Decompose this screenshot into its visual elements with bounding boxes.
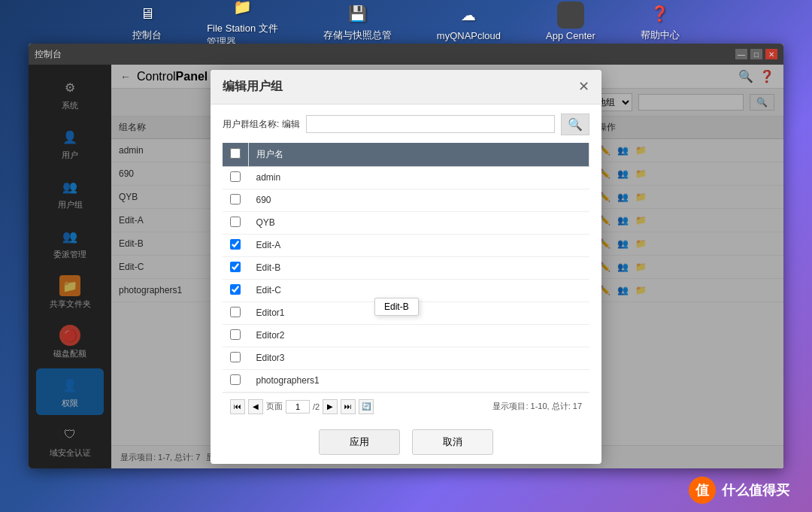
logo-badge-icon: 值 xyxy=(689,477,716,504)
taskbar-label-myqnapcloud: myQNAPcloud xyxy=(437,30,501,41)
row-username: photographers1 xyxy=(249,369,589,392)
taskbar-item-storage[interactable]: 💾 存储与快照总管 xyxy=(323,0,392,42)
taskbar-label-storage: 存储与快照总管 xyxy=(323,29,392,42)
user-checkbox-edit-c[interactable] xyxy=(230,284,241,295)
dialog-col-checkbox xyxy=(223,143,249,167)
apply-button[interactable]: 应用 xyxy=(319,429,400,455)
help-icon: ❓ xyxy=(647,0,674,27)
row-checkbox-cell xyxy=(223,324,249,347)
window-titlebar: 控制台 — □ ✕ xyxy=(29,44,783,65)
row-checkbox-cell xyxy=(223,211,249,234)
dialog-overlay: 编辑用户组 ✕ 用户群组名称: 编辑 🔍 xyxy=(29,65,783,468)
filestation-icon: 📁 xyxy=(229,0,256,20)
cancel-button[interactable]: 取消 xyxy=(412,429,493,455)
user-checkbox-editor3[interactable] xyxy=(230,352,241,362)
main-window: 控制台 — □ ✕ ⚙ 系统 👤 用户 👥 用户组 👥 委派管理 xyxy=(29,44,783,468)
user-checkbox-editor1[interactable] xyxy=(230,307,241,317)
row-username: QYB xyxy=(249,211,589,234)
storage-icon: 💾 xyxy=(344,0,371,27)
row-username: Edit-C xyxy=(249,279,589,301)
dialog-display-info: 显示项目: 1-10, 总计: 17 xyxy=(492,401,582,412)
row-checkbox-cell xyxy=(223,166,249,189)
last-page-button[interactable]: ⏭ xyxy=(341,399,356,414)
row-checkbox-cell xyxy=(223,256,249,279)
total-pages: /2 xyxy=(313,402,320,411)
edit-group-dialog: 编辑用户组 ✕ 用户群组名称: 编辑 🔍 xyxy=(211,70,601,464)
dialog-table-row: Edit-B xyxy=(223,256,589,279)
taskbar-label-console: 控制台 xyxy=(132,29,162,42)
window-controls: — □ ✕ xyxy=(735,49,777,59)
page-label: 页面 xyxy=(266,401,283,412)
taskbar: 🖥 控制台 📁 File Station 文件管理器 💾 存储与快照总管 ☁ m… xyxy=(0,0,812,42)
tooltip-text: Edit-B xyxy=(384,301,409,312)
user-checkbox-qyb[interactable] xyxy=(230,217,241,227)
row-username: Editor3 xyxy=(249,347,589,369)
row-checkbox-cell xyxy=(223,189,249,211)
status-bar: 值 什么值得买 xyxy=(0,468,812,512)
dialog-body: 用户群组名称: 编辑 🔍 用户名 xyxy=(211,105,601,420)
row-checkbox-cell xyxy=(223,234,249,256)
site-logo: 值 什么值得买 xyxy=(689,477,789,504)
appcenter-icon xyxy=(557,2,584,29)
taskbar-label-help: 帮助中心 xyxy=(641,29,680,42)
row-checkbox-cell xyxy=(223,279,249,301)
refresh-button[interactable]: 🔄 xyxy=(359,399,374,414)
window-title: 控制台 xyxy=(35,48,62,61)
dialog-table-row: QYB xyxy=(223,211,589,234)
row-checkbox-cell xyxy=(223,369,249,392)
myqnapcloud-icon: ☁ xyxy=(455,2,482,29)
pagination-controls: ⏮ ◀ 页面 /2 ▶ ⏭ 🔄 xyxy=(230,399,374,414)
select-all-checkbox[interactable] xyxy=(230,148,241,159)
dialog-table-row: 690 xyxy=(223,189,589,211)
user-checkbox-edit-a[interactable] xyxy=(230,239,241,250)
next-page-button[interactable]: ▶ xyxy=(323,399,338,414)
row-username: Editor1 xyxy=(249,301,589,324)
dialog-table-row: Editor3 xyxy=(223,347,589,369)
taskbar-item-appcenter[interactable]: App Center xyxy=(546,2,595,41)
taskbar-item-help[interactable]: ❓ 帮助中心 xyxy=(641,0,680,42)
row-username: Edit-B xyxy=(249,256,589,279)
first-page-button[interactable]: ⏮ xyxy=(230,399,245,414)
dialog-pagination: ⏮ ◀ 页面 /2 ▶ ⏭ 🔄 显示项目: 1-10, 总计: 17 xyxy=(223,392,589,420)
tooltip: Edit-B xyxy=(374,298,419,316)
dialog-close-button[interactable]: ✕ xyxy=(578,80,589,93)
row-username: Edit-A xyxy=(249,234,589,256)
logo-text: 什么值得买 xyxy=(722,481,789,499)
user-checkbox-editor2[interactable] xyxy=(230,329,241,340)
row-username: admin xyxy=(249,166,589,189)
dialog-title: 编辑用户组 xyxy=(223,79,283,95)
page-number-input[interactable] xyxy=(286,400,310,414)
row-checkbox-cell xyxy=(223,347,249,369)
dialog-search-icon[interactable]: 🔍 xyxy=(561,114,589,135)
dialog-table-row: photographers1 xyxy=(223,369,589,392)
taskbar-item-myqnapcloud[interactable]: ☁ myQNAPcloud xyxy=(437,2,501,41)
row-username: Editor2 xyxy=(249,324,589,347)
dialog-header: 编辑用户组 ✕ xyxy=(211,70,601,105)
maximize-button[interactable]: □ xyxy=(750,49,762,59)
taskbar-label-appcenter: App Center xyxy=(546,30,595,41)
minimize-button[interactable]: — xyxy=(735,49,747,59)
dialog-table-row: Editor2 xyxy=(223,324,589,347)
prev-page-button[interactable]: ◀ xyxy=(248,399,263,414)
dialog-col-username: 用户名 xyxy=(249,143,589,167)
dialog-filter-label: 用户群组名称: 编辑 xyxy=(223,118,300,131)
console-icon: 🖥 xyxy=(134,0,161,27)
dialog-table-row: Edit-A xyxy=(223,234,589,256)
row-checkbox-cell xyxy=(223,301,249,324)
taskbar-item-console[interactable]: 🖥 控制台 xyxy=(132,0,162,42)
dialog-filter-row: 用户群组名称: 编辑 🔍 xyxy=(223,114,589,135)
user-checkbox-690[interactable] xyxy=(230,194,241,204)
dialog-table-row: admin xyxy=(223,166,589,189)
user-checkbox-photographers1[interactable] xyxy=(230,374,241,385)
row-username: 690 xyxy=(249,189,589,211)
user-checkbox-admin[interactable] xyxy=(230,171,241,182)
dialog-footer: 应用 取消 xyxy=(211,420,601,464)
user-checkbox-edit-b[interactable] xyxy=(230,262,241,272)
dialog-filter-input[interactable] xyxy=(306,115,555,133)
dialog-table: 用户名 admin 690 xyxy=(223,143,589,392)
taskbar-item-filestation[interactable]: 📁 File Station 文件管理器 xyxy=(207,0,278,49)
close-button[interactable]: ✕ xyxy=(765,49,777,59)
